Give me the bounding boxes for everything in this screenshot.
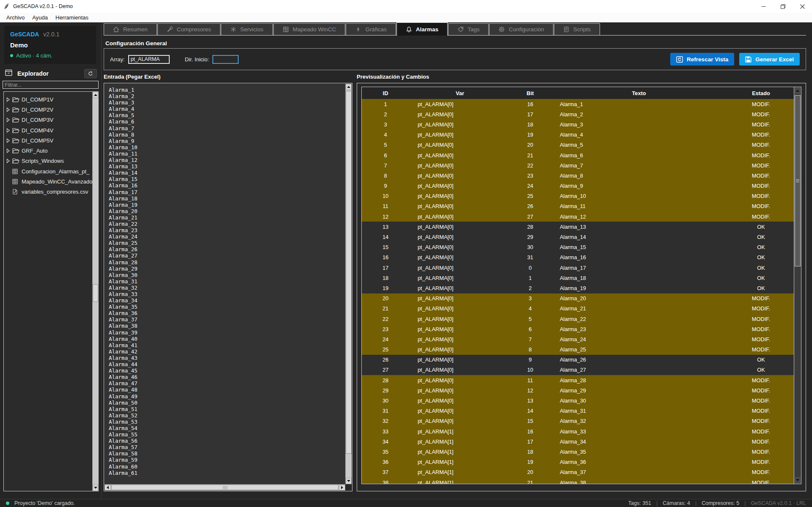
table-row[interactable]: 10pt_ALARMA[0]25Alarma_10MODIF. [362, 191, 794, 201]
scroll-right-icon[interactable] [339, 485, 345, 491]
generar-excel-button[interactable]: Generar Excel [739, 53, 800, 66]
scroll-down-icon[interactable] [346, 478, 352, 484]
table-row[interactable]: 33pt_ALARMA[1]16Alarma_33MODIF. [362, 426, 794, 436]
table-row[interactable]: 19pt_ALARMA[0]2Alarma_19OK [362, 283, 794, 293]
tab-configuraci-n[interactable]: Configuración [489, 23, 553, 35]
table-scroll-thumb[interactable] [795, 95, 801, 266]
explorer-filter-input[interactable] [3, 81, 99, 89]
entrada-scroll-thumb[interactable] [346, 91, 352, 454]
table-row[interactable]: 34pt_ALARMA[1]17Alarma_34MODIF. [362, 436, 794, 447]
table-row[interactable]: 5pt_ALARMA[0]20Alarma_5MODIF. [362, 140, 794, 150]
scroll-up-icon[interactable] [93, 92, 98, 98]
table-row[interactable]: 6pt_ALARMA[0]21Alarma_6MODIF. [362, 150, 794, 160]
table-row[interactable]: 9pt_ALARMA[0]24Alarma_9MODIF. [362, 181, 794, 191]
expander-icon[interactable] [6, 148, 12, 153]
table-row[interactable]: 12pt_ALARMA[0]27Alarma_12MODIF. [362, 211, 794, 222]
table-row[interactable]: 24pt_ALARMA[0]7Alarma_24MODIF. [362, 334, 794, 344]
menu-item-ayuda[interactable]: Ayuda [28, 14, 52, 22]
table-row[interactable]: 26pt_ALARMA[0]9Alarma_26OK [362, 355, 794, 365]
tree-file-configuracion-alarmas-pt[interactable]: Configuracion_Alarmas_pt_ [6, 166, 92, 176]
minimize-icon[interactable] [754, 0, 773, 13]
column-header-texto[interactable]: Texto [550, 87, 728, 99]
tab-servicios[interactable]: Servicios [221, 23, 273, 35]
table-row[interactable]: 1pt_ALARMA[0]16Alarma_1MODIF. [362, 99, 794, 109]
tree-file-mapeado-wincc-avanzado[interactable]: Mapeado_WinCC_Avanzado [6, 176, 92, 186]
table-row[interactable]: 21pt_ALARMA[0]4Alarma_21MODIF. [362, 304, 794, 314]
tab-compresores[interactable]: Compresores [157, 23, 220, 35]
column-header-id[interactable]: ID [362, 87, 409, 99]
table-row[interactable]: 20pt_ALARMA[0]3Alarma_20MODIF. [362, 293, 794, 304]
table-row[interactable]: 35pt_ALARMA[1]18Alarma_35MODIF. [362, 447, 794, 457]
table-row[interactable]: 4pt_ALARMA[0]19Alarma_4MODIF. [362, 130, 794, 140]
tree-scrollbar[interactable] [92, 92, 98, 491]
tree-scroll-thumb[interactable] [93, 284, 98, 302]
restore-icon[interactable] [773, 0, 793, 13]
tree-folder-di-comp5v[interactable]: DI_COMP5V [6, 135, 92, 145]
tree-folder-di-comp2v[interactable]: DI_COMP2V [6, 104, 92, 115]
table-row[interactable]: 15pt_ALARMA[0]30Alarma_15OK [362, 242, 794, 252]
tree-file-variables-compresores-csv[interactable]: variables_compresores.csv [6, 187, 92, 197]
table-row[interactable]: 11pt_ALARMA[0]26Alarma_11MODIF. [362, 201, 794, 211]
table-row[interactable]: 32pt_ALARMA[0]15Alarma_32MODIF. [362, 416, 794, 426]
column-header-estado[interactable]: Estado [728, 87, 794, 99]
cell-estado: MODIF. [728, 99, 794, 109]
table-row[interactable]: 16pt_ALARMA[0]31Alarma_16OK [362, 252, 794, 263]
tree-folder-di-comp3v[interactable]: DI_COMP3V [6, 115, 92, 125]
table-vertical-scrollbar[interactable] [794, 87, 801, 484]
menu-item-archivo[interactable]: Archivo [3, 14, 28, 22]
tab-alarmas[interactable]: Alarmas [396, 22, 448, 36]
table-row[interactable]: 3pt_ALARMA[0]18Alarma_3MODIF. [362, 119, 794, 129]
expander-icon[interactable] [6, 159, 12, 163]
array-input[interactable] [128, 55, 170, 64]
table-row[interactable]: 30pt_ALARMA[0]13Alarma_30MODIF. [362, 395, 794, 406]
tab-mapeado-wincc[interactable]: Mapeado WinCC [273, 23, 346, 35]
refrescar-vista-button[interactable]: Refrescar Vista [670, 53, 734, 66]
table-row[interactable]: 31pt_ALARMA[0]14Alarma_31MODIF. [362, 406, 794, 416]
column-header-var[interactable]: Var [409, 87, 511, 99]
table-row[interactable]: 36pt_ALARMA[1]19Alarma_36MODIF. [362, 457, 794, 467]
table-row[interactable]: 25pt_ALARMA[0]8Alarma_25MODIF. [362, 345, 794, 355]
tab-gr-ficas[interactable]: Gráficas [346, 23, 396, 35]
entrada-vertical-scrollbar[interactable] [345, 84, 352, 484]
expander-icon[interactable] [6, 128, 12, 133]
scroll-down-icon[interactable] [795, 477, 801, 483]
scroll-down-icon[interactable] [93, 485, 98, 491]
tree-folder-grf-auto[interactable]: GRF_Auto [6, 145, 92, 156]
table-row[interactable]: 28pt_ALARMA[0]11Alarma_28MODIF. [362, 375, 794, 385]
table-row[interactable]: 27pt_ALARMA[0]10Alarma_27OK [362, 365, 794, 375]
expander-icon[interactable] [6, 138, 12, 143]
explorer-refresh-button[interactable] [84, 69, 97, 78]
menu-item-herramientas[interactable]: Herramientas [52, 14, 92, 22]
table-row[interactable]: 38pt_ALARMA[1]21Alarma_38MODIF. [362, 477, 794, 484]
table-row[interactable]: 22pt_ALARMA[0]5Alarma_22MODIF. [362, 314, 794, 324]
expander-icon[interactable] [6, 107, 12, 112]
scroll-left-icon[interactable] [105, 485, 111, 491]
table-row[interactable]: 8pt_ALARMA[0]23Alarma_8MODIF. [362, 170, 794, 181]
table-row[interactable]: 7pt_ALARMA[0]22Alarma_7MODIF. [362, 160, 794, 170]
table-row[interactable]: 29pt_ALARMA[0]12Alarma_29MODIF. [362, 385, 794, 395]
excel-paste-textarea[interactable]: Alarma_1Alarma_2Alarma_3Alarma_4Alarma_5… [105, 84, 345, 484]
table-row[interactable]: 13pt_ALARMA[0]28Alarma_13OK [362, 222, 794, 232]
entrada-hscroll-thumb[interactable] [111, 485, 339, 490]
cell-bit: 17 [511, 436, 550, 447]
scroll-up-icon[interactable] [795, 88, 801, 94]
entrada-horizontal-scrollbar[interactable] [105, 484, 345, 491]
tab-scripts[interactable]: Scripts [554, 23, 600, 35]
tree-folder-di-comp1v[interactable]: DI_COMP1V [6, 94, 92, 104]
tree-folder-di-comp4v[interactable]: DI_COMP4V [6, 125, 92, 135]
table-row[interactable]: 14pt_ALARMA[0]29Alarma_14OK [362, 232, 794, 242]
scroll-up-icon[interactable] [346, 84, 352, 90]
table-row[interactable]: 23pt_ALARMA[0]6Alarma_23MODIF. [362, 324, 794, 334]
column-header-bit[interactable]: Bit [511, 87, 550, 99]
tab-tags[interactable]: Tags [448, 23, 489, 35]
table-row[interactable]: 2pt_ALARMA[0]17Alarma_2MODIF. [362, 109, 794, 119]
expander-icon[interactable] [6, 97, 12, 102]
close-icon[interactable] [793, 0, 812, 13]
table-row[interactable]: 37pt_ALARMA[1]20Alarma_37MODIF. [362, 467, 794, 477]
tree-folder-scripts-windows[interactable]: Scripts_Windows [6, 156, 92, 166]
dir-inicio-input[interactable] [212, 55, 239, 64]
expander-icon[interactable] [6, 118, 12, 122]
tab-resumen[interactable]: Resumen [104, 23, 157, 35]
table-row[interactable]: 18pt_ALARMA[0]1Alarma_18OK [362, 273, 794, 283]
table-row[interactable]: 17pt_ALARMA[0]0Alarma_17OK [362, 263, 794, 273]
